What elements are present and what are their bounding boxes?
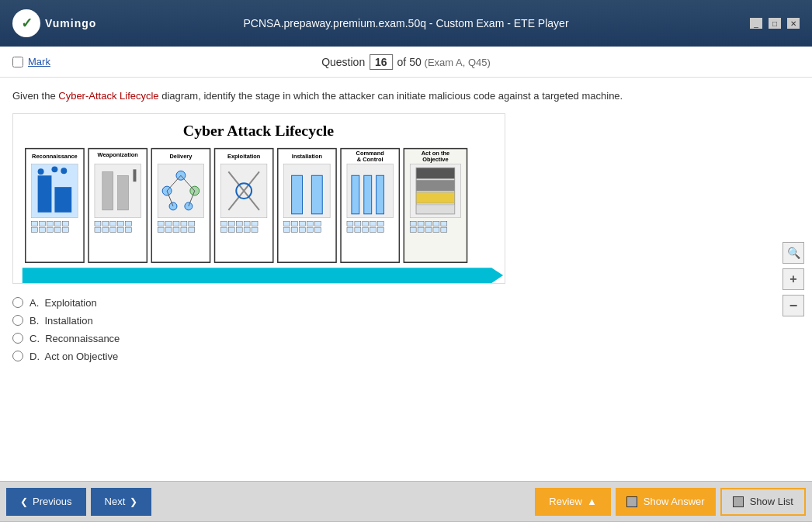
- svg-rect-66: [236, 221, 242, 226]
- svg-rect-68: [252, 221, 258, 226]
- radio-c[interactable]: [12, 333, 23, 344]
- previous-label: Previous: [33, 496, 72, 507]
- close-button[interactable]: ✕: [787, 18, 800, 29]
- svg-rect-57: [189, 227, 195, 232]
- svg-rect-79: [284, 221, 290, 226]
- logo-check-icon: ✓: [21, 15, 33, 32]
- svg-rect-113: [416, 192, 455, 203]
- svg-rect-93: [352, 175, 359, 214]
- svg-point-17: [38, 168, 44, 175]
- svg-rect-31: [95, 227, 101, 232]
- option-b: B. Installation: [12, 315, 800, 327]
- total-questions: 50: [409, 56, 422, 68]
- next-label: Next: [105, 496, 126, 507]
- svg-text:Exploitation: Exploitation: [227, 153, 261, 160]
- show-answer-button[interactable]: Show Answer: [616, 488, 716, 516]
- svg-rect-118: [433, 221, 439, 226]
- svg-rect-84: [284, 227, 290, 232]
- maximize-button[interactable]: □: [769, 18, 781, 29]
- svg-rect-53: [158, 227, 164, 232]
- svg-rect-30: [126, 221, 132, 226]
- svg-rect-97: [355, 221, 361, 226]
- zoom-in-icon[interactable]: +: [783, 268, 804, 290]
- svg-rect-48: [158, 221, 164, 226]
- answer-options: A. Exploitation B. Installation C. Recon…: [12, 297, 800, 362]
- svg-rect-24: [118, 175, 129, 210]
- svg-text:Objective: Objective: [422, 156, 448, 163]
- svg-text:Act on the: Act on the: [422, 149, 449, 156]
- svg-rect-83: [314, 221, 321, 226]
- svg-rect-117: [425, 221, 432, 226]
- show-list-icon: [733, 496, 744, 507]
- radio-b[interactable]: [12, 315, 23, 326]
- window-controls[interactable]: _ □ ✕: [750, 18, 800, 29]
- svg-rect-28: [110, 221, 116, 226]
- svg-rect-49: [165, 221, 172, 226]
- svg-rect-50: [173, 221, 179, 226]
- svg-rect-35: [126, 227, 132, 232]
- svg-text:Installation: Installation: [292, 153, 323, 160]
- show-answer-icon: [626, 496, 637, 507]
- svg-rect-12: [32, 227, 38, 232]
- svg-rect-27: [102, 221, 109, 226]
- option-c-label: C. Reconnaissance: [29, 333, 120, 344]
- svg-rect-16: [62, 227, 68, 232]
- svg-rect-124: [441, 227, 447, 232]
- svg-rect-116: [418, 221, 424, 226]
- svg-rect-81: [300, 221, 306, 226]
- minimize-button[interactable]: _: [750, 18, 762, 29]
- svg-rect-115: [410, 221, 416, 226]
- diagram-container: Cyber Attack Lifecycle Reconnaissance: [12, 113, 800, 286]
- svg-rect-122: [425, 227, 432, 232]
- svg-rect-67: [244, 221, 250, 226]
- radio-d[interactable]: [12, 351, 23, 361]
- svg-rect-14: [47, 227, 54, 232]
- show-list-button[interactable]: Show List: [720, 488, 806, 516]
- svg-rect-65: [228, 221, 234, 226]
- svg-rect-73: [252, 227, 258, 232]
- svg-rect-88: [314, 227, 321, 232]
- svg-text:Weaponization: Weaponization: [98, 151, 139, 158]
- svg-rect-112: [416, 180, 455, 191]
- svg-marker-1: [23, 268, 503, 283]
- review-button[interactable]: Review ▲: [535, 488, 611, 516]
- mark-checkbox-container[interactable]: Mark: [12, 56, 50, 67]
- svg-rect-82: [307, 221, 313, 226]
- next-chevron-icon: ❯: [130, 496, 137, 507]
- svg-rect-8: [40, 221, 46, 226]
- svg-rect-23: [102, 171, 113, 210]
- zoom-out-icon[interactable]: −: [783, 295, 804, 316]
- svg-rect-54: [165, 227, 172, 232]
- svg-rect-99: [370, 221, 377, 226]
- logo-circle: ✓: [12, 9, 40, 37]
- svg-rect-33: [110, 227, 116, 232]
- svg-rect-87: [307, 227, 313, 232]
- svg-rect-104: [370, 227, 377, 232]
- svg-rect-71: [236, 227, 242, 232]
- option-c: C. Reconnaissance: [12, 333, 800, 344]
- svg-rect-13: [40, 227, 46, 232]
- option-a: A. Exploitation: [12, 297, 800, 309]
- svg-rect-102: [355, 227, 361, 232]
- svg-rect-105: [378, 227, 384, 232]
- svg-rect-5: [38, 175, 52, 213]
- previous-button[interactable]: ❮ Previous: [6, 488, 86, 516]
- mark-link[interactable]: Mark: [28, 56, 50, 67]
- svg-rect-70: [228, 227, 234, 232]
- svg-rect-7: [32, 221, 38, 226]
- question-label: Question: [321, 56, 365, 68]
- title-bar: ✓ Vumingo PCNSA.prepaway.premium.exam.50…: [0, 0, 812, 47]
- svg-rect-64: [220, 221, 227, 226]
- svg-rect-111: [416, 168, 455, 178]
- svg-point-19: [61, 168, 67, 174]
- right-icons: 🔍 + −: [783, 242, 804, 316]
- svg-rect-32: [102, 227, 109, 232]
- logo-text: Vumingo: [45, 17, 96, 29]
- svg-rect-52: [189, 221, 195, 226]
- radio-a[interactable]: [12, 297, 23, 308]
- option-d-label: D. Act on Objective: [29, 351, 118, 362]
- logo: ✓ Vumingo: [12, 9, 96, 37]
- mark-checkbox[interactable]: [12, 57, 23, 67]
- next-button[interactable]: Next ❯: [91, 488, 152, 516]
- search-icon[interactable]: 🔍: [783, 242, 804, 264]
